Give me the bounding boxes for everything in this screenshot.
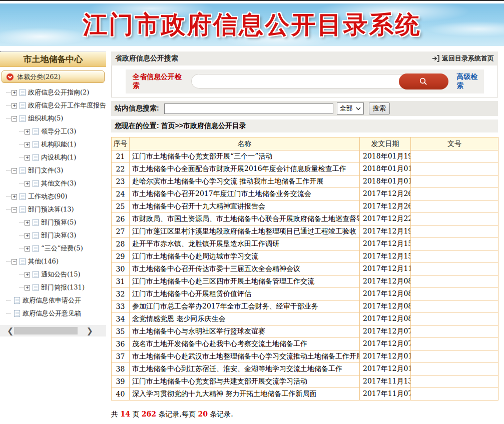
record-date: 2017年12月08日 (360, 313, 411, 326)
table-row: 23赴哈尔滨市土地储备中心学习交流 推动我市土地储备工作开展2018年01月01… (112, 176, 498, 188)
sidebar-item-label[interactable]: 其他(146) (28, 257, 59, 266)
records-table: 序号 名称 发文日期 文号 21江门市土地储备中心党支部开展“三个一”活动201… (111, 137, 498, 400)
record-title-link[interactable]: 江门市土地储备中心党支部开展“三个一”活动 (132, 152, 272, 160)
document-icon (20, 206, 26, 213)
record-title-link[interactable]: 市土地储备中心到江苏宿迁、淮安、金湖等地学习交流土地储备工作 (132, 364, 342, 372)
sidebar-tree-item: −其他(146) (0, 255, 106, 268)
record-title-link[interactable]: 市土地储备中心全面配合市财政开展2016年度会计信息质量检查工作 (132, 164, 346, 172)
record-date: 2017年12月26日 (360, 188, 411, 200)
sidebar-item-label[interactable]: 通知公告(15) (41, 270, 81, 279)
sidebar-item-label[interactable]: 组织机构(5) (28, 114, 63, 123)
scrollbar-thumb[interactable] (14, 327, 78, 334)
sidebar-horizontal-scrollbar[interactable]: ❮ ❯ (0, 325, 106, 336)
record-title-link[interactable]: 江门市土地储备中心赴三区四市开展土地储备管理工作交流 (132, 277, 314, 285)
record-title-link[interactable]: 市土地储备中心赴武汉市土地整理储备中心学习交流推动土地储备工作开展 (132, 352, 360, 360)
sidebar-item-label[interactable]: 政府信息公开意见箱 (23, 309, 81, 318)
scope-select[interactable]: 全部 (337, 102, 364, 114)
tree-connector-line (20, 144, 24, 145)
record-title-cell: 江门市土地储备中心党支部开展“三个一”活动 (130, 150, 360, 163)
column-header-title: 名称 (130, 138, 360, 150)
record-title-link[interactable]: 市财政局、市国土资源局、市土地储备中心联合开展政府储备土地巡查督导 (132, 214, 360, 222)
sidebar-item-label[interactable]: 政府信息公开指南(2) (28, 88, 89, 97)
expand-plus-icon[interactable]: + (25, 246, 30, 252)
sidebar-item-label[interactable]: 部门预决算(13) (28, 205, 74, 214)
table-body: 21江门市土地储备中心党支部开展“三个一”活动2018年01月19日22市土地储… (112, 150, 498, 400)
record-docno (411, 300, 498, 313)
record-title-link[interactable]: 江门市土地储备中心党支部与共建支部开展交流学习活动 (132, 377, 307, 385)
expand-plus-icon[interactable]: + (12, 103, 17, 108)
expand-plus-icon[interactable]: + (25, 285, 30, 290)
expand-plus-icon[interactable]: + (12, 194, 17, 200)
sidebar-item-label[interactable]: 内设机构(1) (41, 153, 76, 162)
return-home-link[interactable]: 返回目录系统首页 (432, 54, 494, 63)
expand-plus-icon[interactable]: + (25, 129, 30, 134)
record-title-link[interactable]: 茂名市土地开发储备中心赴我中心考察交流土地储备工作 (132, 340, 307, 348)
province-search-input[interactable] (191, 74, 416, 88)
sidebar-tree-item: +其他文件(3) (0, 177, 106, 190)
advanced-search-link[interactable]: 高级检索 (456, 72, 484, 90)
sidebar-item-label[interactable]: 其他文件(3) (41, 179, 76, 188)
record-title-cell: 市土地储备中心召开传达市委十三届五次全会精神会议 (130, 263, 360, 276)
collapse-minus-icon[interactable]: − (12, 168, 17, 174)
sidebar-item-label[interactable]: 领导分工(3) (41, 127, 76, 136)
table-row: 27江门市蓬江区里村汴溪里地段政府储备土地整理项目已通过工程竣工验收2017年1… (112, 226, 498, 238)
collapse-minus-icon[interactable]: − (12, 207, 17, 212)
site-search-button[interactable]: 搜索 (369, 102, 390, 114)
tree-connector-line (20, 274, 24, 275)
record-title-link[interactable]: 赴哈尔滨市土地储备中心学习交流 推动我市土地储备工作开展 (132, 177, 323, 185)
expand-plus-icon[interactable]: + (12, 90, 17, 96)
record-title-link[interactable]: 市土地储备中心与永明社区举行篮球友谊赛 (132, 327, 265, 335)
expand-plus-icon[interactable]: + (25, 142, 30, 148)
category-filter-button[interactable]: 体裁分类(262) (2, 70, 105, 83)
record-docno (411, 350, 498, 363)
record-docno (411, 376, 498, 388)
sidebar-item-label[interactable]: 部门预算(5) (41, 218, 76, 227)
expand-plus-icon[interactable]: + (25, 220, 30, 226)
breadcrumb: 您现在的位置: 首页>>市政府信息公开目录 (111, 120, 498, 132)
expand-plus-icon[interactable]: + (25, 272, 30, 278)
top-divider-line (0, 0, 504, 1)
document-icon (20, 102, 26, 109)
record-title-link[interactable]: 市土地储备中心召开传达市委十三届五次全会精神会议 (132, 264, 300, 272)
sidebar-item-label[interactable]: 部门决算(3) (41, 231, 76, 240)
provincial-search-inner: 全省信息公开检索 高级检索 (126, 70, 484, 94)
record-title-link[interactable]: 深入学习贯彻党的十九大精神 努力开拓土地储备工作新局面 (132, 390, 316, 398)
sidebar-item-label[interactable]: “三公”经费(5) (41, 244, 83, 253)
record-docno (411, 313, 498, 326)
record-title-link[interactable]: 江门市土地储备中心开展租赁价值评估 (132, 290, 251, 298)
expand-plus-icon[interactable]: + (25, 155, 30, 160)
province-search-button[interactable] (399, 74, 449, 90)
scroll-right-icon[interactable]: ❯ (87, 326, 93, 336)
record-title-cell: 江门市土地储备中心开展租赁价值评估 (130, 288, 360, 300)
table-row: 25市土地储备中心召开十九大精神宣讲报告会2017年12月26日 (112, 200, 498, 213)
record-title-link[interactable]: 市土地储备中心召开2017年度江门市土地储备业务交流会 (132, 190, 311, 198)
collapse-minus-icon[interactable]: − (12, 259, 17, 264)
expand-plus-icon[interactable]: + (25, 233, 30, 238)
site-search-input[interactable] (164, 104, 333, 114)
record-title-cell: 市土地储备中心全面配合市财政开展2016年度会计信息质量检查工作 (130, 163, 360, 176)
record-date: 2018年01月19日 (360, 150, 411, 163)
sidebar-item-label[interactable]: 工作动态(90) (28, 192, 68, 201)
record-title-link[interactable]: 江门市土地储备中心赴周边城市学习交流 (132, 252, 258, 260)
scroll-left-icon[interactable]: ❮ (7, 326, 14, 336)
collapse-minus-icon[interactable]: − (12, 116, 17, 122)
record-title-link[interactable]: 赴开平市赤水镇、龙胜镇开展垦造水田工作调研 (132, 240, 279, 248)
record-title-link[interactable]: 参加江门市总工会举办2017年全市工会财务、经审干部业务 (132, 302, 318, 310)
sidebar-item-label[interactable]: 部门文件(3) (28, 166, 63, 175)
record-docno (411, 150, 498, 163)
sidebar-tree-item: +部门预算(5) (0, 216, 106, 229)
record-title-link[interactable]: 江门市蓬江区里村汴溪里地段政府储备土地整理项目已通过工程竣工验收 (132, 227, 356, 235)
record-title-link[interactable]: 念党情感党恩 老少同乐庆生会 (132, 314, 225, 322)
sidebar-item-label[interactable]: 部门简报(131) (41, 283, 85, 292)
expand-plus-icon[interactable]: + (25, 181, 30, 186)
record-date: 2017年12月07日 (360, 326, 411, 338)
sidebar-item-label[interactable]: 政府信息依申请公开 (23, 296, 81, 305)
sidebar-item-label[interactable]: 机构职能(1) (41, 140, 76, 149)
document-icon (33, 232, 39, 239)
row-number: 34 (112, 313, 130, 326)
document-icon (20, 167, 26, 174)
sidebar-item-label[interactable]: 政府信息公开工作年度报告 (28, 101, 106, 110)
column-header-docno: 文号 (411, 138, 498, 150)
record-title-link[interactable]: 市土地储备中心召开十九大精神宣讲报告会 (132, 202, 265, 210)
red-arrow-circle-icon (6, 73, 14, 81)
